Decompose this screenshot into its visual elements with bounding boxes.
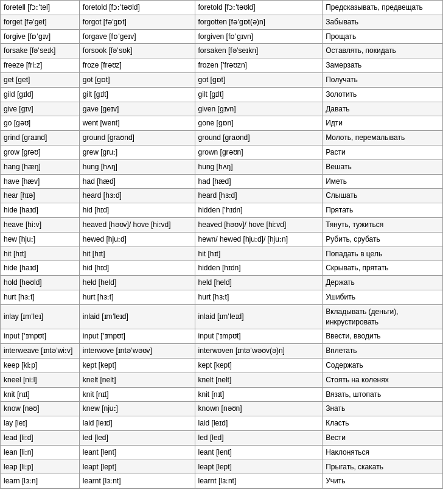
table-cell: knelt [nelt]: [195, 373, 323, 387]
table-cell: gild [gɪld]: [1, 87, 80, 102]
table-row: knit [nɪt]knit [nɪt]knit [nɪt]Вязать, шт…: [1, 387, 443, 402]
table-cell: leant [lent]: [195, 445, 323, 460]
table-cell: kept [kept]: [195, 358, 323, 373]
table-cell: go [gəʊ]: [1, 116, 80, 131]
table-row: hide [haɪd]hid [hɪd]hidden [hɪdn]Скрыват…: [1, 261, 443, 276]
table-cell: leap [liːp]: [1, 460, 80, 474]
table-cell: hid [hɪd]: [79, 261, 195, 276]
table-row: inlay [ɪmˈleɪ]inlaid [ɪmˈleɪd]inlaid [ɪm…: [1, 304, 443, 329]
table-cell: Молоть, перемалывать: [323, 131, 443, 145]
table-cell: laid [leɪd]: [79, 416, 195, 431]
table-cell: foretell [fɔːˈtel]: [1, 1, 80, 15]
table-row: foretell [fɔːˈtel]foretold [fɔːˈtəʊld]fo…: [1, 1, 443, 15]
table-cell: laid [leɪd]: [195, 416, 323, 431]
table-cell: ground [graʊnd]: [79, 131, 195, 145]
table-cell: input [ˈɪmpʊt]: [79, 329, 195, 344]
table-cell: forsake [fəˈseɪk]: [1, 44, 80, 58]
table-cell: Прятать: [323, 203, 443, 218]
table-cell: forgiven [fɒˈgɪvn]: [195, 29, 323, 44]
table-row: know [nəʊ]knew [njuː]known [nəʊn]Знать: [1, 402, 443, 416]
table-cell: hit [hɪt]: [195, 247, 323, 261]
table-row: hit [hɪt]hit [hɪt]hit [hɪt]Попадать в це…: [1, 247, 443, 261]
table-cell: heave [hiːv]: [1, 217, 80, 232]
table-row: forsake [fəˈseɪk]forsook [fəˈsʊk]forsake…: [1, 44, 443, 58]
table-cell: given [gɪvn]: [195, 102, 323, 116]
table-cell: Получать: [323, 72, 443, 87]
table-row: leap [liːp]leapt [lept]leapt [lept]Прыга…: [1, 460, 443, 474]
table-cell: Замерзать: [323, 58, 443, 73]
table-row: lean [liːn]leant [lent]leant [lent]Накло…: [1, 445, 443, 460]
table-cell: knew [njuː]: [79, 402, 195, 416]
table-cell: give [gɪv]: [1, 102, 80, 116]
table-cell: gave [geɪv]: [79, 102, 195, 116]
table-cell: Забывать: [323, 15, 443, 29]
table-cell: forgot [fəˈgɒt]: [79, 15, 195, 29]
table-cell: Класть: [323, 416, 443, 431]
table-cell: learnt [lɜːnt]: [79, 474, 195, 489]
table-cell: hurt [hɜːt]: [1, 290, 80, 304]
table-row: forget [fəˈget]forgot [fəˈgɒt]forgotten …: [1, 15, 443, 29]
table-cell: hewed [hjuːd]: [79, 232, 195, 247]
table-cell: led [led]: [79, 430, 195, 445]
table-cell: grind [graɪnd]: [1, 131, 80, 145]
table-cell: Учить: [323, 474, 443, 489]
table-cell: knelt [nelt]: [79, 373, 195, 387]
table-cell: hid [hɪd]: [79, 203, 195, 218]
table-cell: Прыгать, скакать: [323, 460, 443, 474]
table-cell: gilt [gɪlt]: [195, 87, 323, 102]
table-row: keep [kiːp]kept [kept]kept [kept]Содержа…: [1, 358, 443, 373]
irregular-verbs-table: foretell [fɔːˈtel]foretold [fɔːˈtəʊld]fo…: [0, 0, 443, 489]
table-cell: hewn/ hewed [hjuːd]/ [hjuːn]: [195, 232, 323, 247]
table-cell: grown [grəʊn]: [195, 145, 323, 159]
table-cell: interwoven [ɪntəˈwəʊv(ə)n]: [195, 344, 323, 359]
table-cell: foretold [fɔːˈtəʊld]: [195, 1, 323, 15]
table-cell: lead [liːd]: [1, 430, 80, 445]
table-cell: Рубить, срубать: [323, 232, 443, 247]
table-cell: Тянуть, тужиться: [323, 217, 443, 232]
table-cell: led [led]: [195, 430, 323, 445]
table-cell: Вешать: [323, 159, 443, 174]
table-cell: froze [frəʊz]: [79, 58, 195, 73]
table-row: grow [grəʊ]grew [gruː]grown [grəʊn]Расти: [1, 145, 443, 159]
table-row: heave [hiːv]heaved [həʊv]/ hove [hiːvd]h…: [1, 217, 443, 232]
table-cell: Стоять на коленях: [323, 373, 443, 387]
table-cell: forsook [fəˈsʊk]: [79, 44, 195, 58]
table-cell: interwove [ɪntəˈwəʊv]: [79, 344, 195, 359]
table-cell: forsaken [fəˈseɪkn]: [195, 44, 323, 58]
table-row: kneel [niːl]knelt [nelt]knelt [nelt]Стоя…: [1, 373, 443, 387]
table-cell: Вязать, штопать: [323, 387, 443, 402]
table-cell: had [hæd]: [79, 174, 195, 189]
table-cell: know [nəʊ]: [1, 402, 80, 416]
table-row: freeze [friːz]froze [frəʊz]frozen [ˈfrəʊ…: [1, 58, 443, 73]
table-row: hang [hæŋ]hung [hʌŋ]hung [hʌŋ]Вешать: [1, 159, 443, 174]
table-row: get [get]got [gɒt]got [gɒt]Получать: [1, 72, 443, 87]
table-row: hold [həʊld]held [held]held [held]Держат…: [1, 276, 443, 290]
table-cell: Держать: [323, 276, 443, 290]
table-cell: hit [hɪt]: [1, 247, 80, 261]
table-row: grind [graɪnd]ground [graʊnd]ground [gra…: [1, 131, 443, 145]
table-cell: foretold [fɔːˈtəʊld]: [79, 1, 195, 15]
table-row: hew [hjuː]hewed [hjuːd]hewn/ hewed [hjuː…: [1, 232, 443, 247]
table-cell: Давать: [323, 102, 443, 116]
table-cell: inlay [ɪmˈleɪ]: [1, 304, 80, 329]
table-cell: Предсказывать, предвещать: [323, 1, 443, 15]
table-row: gild [gɪld]gilt [gɪlt]gilt [gɪlt]Золотит…: [1, 87, 443, 102]
table-cell: get [get]: [1, 72, 80, 87]
table-cell: knit [nɪt]: [79, 387, 195, 402]
table-cell: leapt [lept]: [79, 460, 195, 474]
table-cell: kneel [niːl]: [1, 373, 80, 387]
table-row: have [hæv]had [hæd]had [hæd]Иметь: [1, 174, 443, 189]
table-cell: forgave [fɒˈgeɪv]: [79, 29, 195, 44]
table-row: hide [haɪd]hid [hɪd]hidden [ˈhɪdn]Прятат…: [1, 203, 443, 218]
table-cell: Вкладывать (деньги), инкрустировать: [323, 304, 443, 329]
table-cell: Наклоняться: [323, 445, 443, 460]
table-cell: hurt [hɜːt]: [79, 290, 195, 304]
table-cell: kept [kept]: [79, 358, 195, 373]
table-cell: interweave [ɪntəˈwiːv]: [1, 344, 80, 359]
table-row: input [ˈɪmpʊt]input [ˈɪmpʊt]input [ˈɪmpʊ…: [1, 329, 443, 344]
table-cell: heaved [həʊv]/ hove [hiːvd]: [79, 217, 195, 232]
table-cell: hold [həʊld]: [1, 276, 80, 290]
table-cell: input [ˈɪmpʊt]: [1, 329, 80, 344]
table-cell: heaved [həʊv]/ hove [hiːvd]: [195, 217, 323, 232]
table-row: go [gəʊ]went [went]gone [gɒn]Идти: [1, 116, 443, 131]
